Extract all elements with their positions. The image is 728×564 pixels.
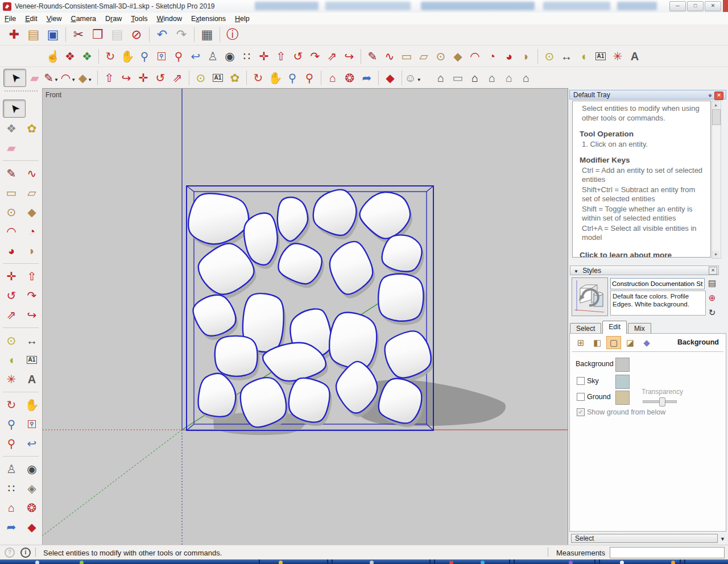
scale-button[interactable]: ⇗ (3, 306, 20, 324)
menu-edit[interactable]: Edit (20, 14, 42, 24)
watermark-settings-icon[interactable]: ◪ (623, 336, 638, 349)
taskbar-app-icon[interactable] (481, 561, 485, 564)
rotated-rectangle-button[interactable]: ▱ (415, 48, 432, 65)
shapes-button[interactable]: ◆▼ (77, 69, 94, 86)
line-button[interactable]: ✎ (364, 48, 381, 65)
ground-color-swatch[interactable] (615, 391, 630, 405)
line-button[interactable]: ✎ (3, 165, 20, 182)
windows-taskbar[interactable] (0, 559, 728, 564)
panel-expand-icon[interactable]: ▼ (720, 536, 725, 542)
shapes-dropdown-arrow[interactable]: ▼ (88, 77, 92, 82)
rotated-rectangle-button[interactable]: ▱ (23, 184, 40, 201)
bounding-box-edge[interactable] (187, 424, 194, 430)
position-camera-button[interactable]: ♙ (204, 48, 221, 65)
walk-button[interactable]: ∷ (3, 480, 20, 497)
print-button[interactable]: ▦ (197, 26, 217, 43)
three-point-arc-button[interactable]: ◕ (3, 242, 20, 259)
polygon-button[interactable]: ◆ (449, 48, 466, 65)
viewport-canvas[interactable] (43, 89, 568, 545)
toolbar-grip[interactable] (5, 90, 38, 94)
stone[interactable] (289, 378, 330, 422)
styles-close-button[interactable]: ✕ (709, 267, 717, 275)
select-button[interactable]: ➤ (3, 69, 26, 87)
polygon-button[interactable]: ◆ (23, 204, 40, 221)
offset-button[interactable]: ↪ (118, 69, 135, 86)
3d-text-button[interactable]: A (23, 371, 40, 388)
menu-file[interactable]: File (0, 14, 20, 24)
three-point-arc-button[interactable]: ◕ (500, 48, 518, 65)
sky-checkbox[interactable] (577, 377, 585, 385)
push-pull-button[interactable]: ⇧ (272, 48, 289, 65)
account-button[interactable]: ☺▼ (405, 69, 422, 86)
scroll-down-icon[interactable]: ▼ (712, 251, 719, 258)
move-button[interactable]: ✛ (3, 268, 20, 285)
minimize-button[interactable]: ─ (669, 1, 686, 11)
zoom-extents-button[interactable]: ⚲ (3, 435, 20, 452)
arc-button[interactable]: ◠ (3, 223, 20, 240)
circle-button[interactable]: ⊙ (432, 48, 449, 65)
two-point-arc-button[interactable]: ◔ (23, 223, 40, 240)
display-secondary-pane-icon[interactable]: ▤ (707, 278, 717, 288)
view-left-button[interactable]: ⌂ (518, 69, 535, 86)
taskbar-app-icon[interactable] (35, 561, 39, 564)
taskbar-app-icon[interactable] (671, 561, 675, 564)
arc-button[interactable]: ◠ (466, 48, 483, 65)
open-model-button[interactable]: ▤ (24, 26, 43, 43)
stone[interactable] (241, 378, 286, 427)
rotate-button[interactable]: ↺ (152, 69, 169, 86)
rectangle-button[interactable]: ▭ (3, 184, 20, 201)
menu-camera[interactable]: Camera (67, 14, 101, 24)
tray-title-bar[interactable]: Default Tray ⌖ ✕ (569, 90, 726, 99)
move-button[interactable]: ✛ (135, 69, 152, 86)
look-around-button[interactable]: ◉ (23, 461, 40, 478)
zoom-button[interactable]: ⚲ (3, 416, 20, 433)
stone[interactable] (198, 374, 235, 417)
sky-color-swatch[interactable] (615, 375, 630, 389)
bounding-box-edge[interactable] (427, 186, 433, 192)
new-model-button[interactable]: ✚ (5, 26, 24, 43)
taskbar-app-icon[interactable] (370, 561, 374, 564)
taskbar-app-icon[interactable] (279, 561, 283, 564)
close-button[interactable]: ✕ (705, 1, 721, 11)
stone[interactable] (215, 336, 258, 376)
extension-gem-button[interactable]: ◆ (23, 519, 40, 536)
menu-draw[interactable]: Draw (101, 14, 126, 24)
taskbar-app-icon[interactable] (80, 561, 84, 564)
credits-status-icon[interactable]: i (20, 548, 31, 558)
freehand-button[interactable]: ∿ (23, 165, 40, 182)
redo-button[interactable]: ↷ (172, 26, 191, 43)
menu-view[interactable]: View (42, 14, 67, 24)
paint-bucket-button[interactable]: ✿ (23, 120, 40, 137)
show-ground-checkbox[interactable]: ✓ (577, 408, 585, 416)
circle-button[interactable]: ⊙ (3, 204, 20, 221)
section-plane-button[interactable]: ◈ (23, 480, 40, 497)
zoom-button[interactable]: ⚲ (284, 69, 301, 86)
tray-close-button[interactable]: ✕ (714, 92, 723, 100)
rotate-button[interactable]: ↺ (3, 287, 20, 304)
menu-help[interactable]: Help (230, 14, 254, 24)
extension-gem-button[interactable]: ◆ (382, 69, 399, 86)
stone[interactable] (378, 274, 423, 321)
dimension-button[interactable]: ↔ (558, 48, 575, 65)
previous-view-button[interactable]: ↩ (187, 48, 204, 65)
text-button[interactable]: A1 (209, 69, 226, 86)
zoom-window-button[interactable]: ⚲ (153, 48, 170, 65)
zoom-extents-button[interactable]: ⚲ (301, 69, 318, 86)
view-top-button[interactable]: ▭ (449, 69, 466, 86)
erase-button[interactable]: ⊘ (127, 26, 146, 43)
ground-checkbox[interactable] (577, 393, 585, 401)
protractor-button[interactable]: ◖ (3, 351, 20, 368)
orbit-button[interactable]: ↻ (3, 396, 20, 413)
update-style-icon[interactable]: ↻ (707, 308, 717, 318)
hand-tool-button[interactable]: ☝ (44, 48, 61, 65)
stone[interactable] (329, 313, 377, 369)
push-pull-button[interactable]: ⇧ (101, 69, 118, 86)
undo-button[interactable]: ↶ (152, 26, 172, 43)
transparency-slider-thumb[interactable] (659, 397, 665, 407)
select-button[interactable]: ➤ (3, 99, 26, 118)
view-right-button[interactable]: ⌂ (483, 69, 500, 86)
pan-button[interactable]: ✋ (23, 396, 40, 413)
rotate-button[interactable]: ↺ (289, 48, 307, 65)
paint-bucket-button[interactable]: ✿ (226, 69, 243, 86)
instructor-heading[interactable]: Click to learn about more advanced opera… (580, 251, 706, 258)
